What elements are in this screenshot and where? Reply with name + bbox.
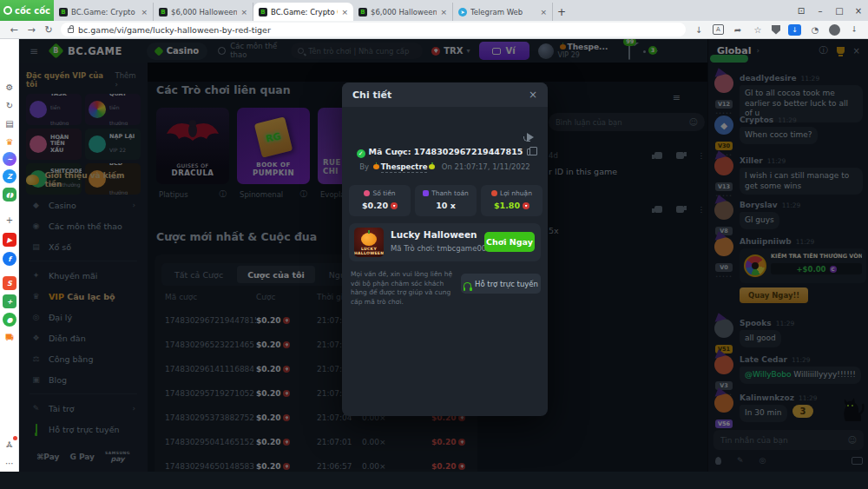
tab-bcgame-active[interactable]: BBC.Game: Crypto Casino Gan× bbox=[253, 3, 353, 21]
feed-icon[interactable]: ▤ bbox=[3, 116, 16, 130]
crown-icon[interactable]: ♛ bbox=[3, 135, 16, 149]
new-tab-button[interactable]: + bbox=[553, 3, 570, 21]
trx-coin-icon bbox=[523, 202, 529, 209]
forward-button[interactable]: → bbox=[23, 24, 40, 36]
gamepad-icon[interactable]: ◖◗ bbox=[3, 188, 16, 202]
trx-coin-icon bbox=[391, 202, 398, 209]
copy-icon[interactable] bbox=[527, 149, 533, 155]
reload-button[interactable]: ↻ bbox=[40, 24, 57, 36]
telegram-favicon: ➤ bbox=[458, 8, 467, 17]
modal-header: Chi tiết× bbox=[342, 83, 548, 107]
gift-icon[interactable]: + bbox=[3, 294, 16, 308]
modal-game-row: LUCKY HALLOWEEN Lucky Halloween Mã Trò c… bbox=[349, 223, 541, 261]
modal-note: Mọi vấn đề, xin vui lòng liên hệ với bộ … bbox=[351, 270, 458, 307]
lucky-halloween-thumbnail[interactable]: LUCKY HALLOWEEN bbox=[354, 228, 384, 257]
cart-icon[interactable]: ⛟ bbox=[3, 330, 16, 344]
tab-bcgame-1[interactable]: BBC.Game: Crypto Casino Gan× bbox=[54, 3, 154, 21]
download-button[interactable]: ↓ bbox=[788, 24, 801, 36]
close-window-button[interactable]: × bbox=[849, 6, 868, 16]
sidebar-more-icon[interactable]: ⋯ bbox=[3, 456, 16, 470]
address-bar: ← → ↻ bc.game/vi/game/lucky-halloween-by… bbox=[0, 21, 868, 39]
tab-close-icon[interactable]: × bbox=[341, 8, 348, 17]
modal-close-icon[interactable]: × bbox=[529, 89, 537, 101]
translate-icon[interactable]: A bbox=[713, 24, 724, 35]
verified-check-icon: ✓ bbox=[357, 149, 365, 158]
tab-close-icon[interactable]: × bbox=[141, 8, 148, 17]
shopee-icon[interactable]: S bbox=[3, 276, 16, 290]
back-button[interactable]: ← bbox=[5, 24, 23, 36]
modal-game-title: Lucky Halloween bbox=[391, 229, 477, 240]
stat-amount: Số tiền $0.20 bbox=[349, 185, 411, 216]
coccoc-brand[interactable]: cốc cốc bbox=[0, 0, 54, 21]
screen: cốc cốc BBC.Game: Crypto Casino Gan× B$6… bbox=[0, 0, 868, 489]
payout-icon bbox=[423, 190, 429, 196]
share-icon[interactable]: ➦ bbox=[732, 24, 744, 36]
maximize-button[interactable]: □ bbox=[830, 6, 849, 16]
url-field[interactable]: bc.game/vi/game/lucky-halloween-by-red-t… bbox=[61, 23, 686, 36]
adblock-shield-icon[interactable] bbox=[772, 25, 780, 35]
add-sidebar-icon[interactable]: + bbox=[3, 213, 16, 227]
headset-icon bbox=[464, 282, 471, 288]
bet-detail-modal: Chi tiết× ✓Mã Cược: 1748302967219447815 … bbox=[342, 83, 548, 416]
bcgame-favicon: B bbox=[159, 8, 168, 17]
browser-sidebar: ⚙ ↻ ▤ ♛ ~ Z ◖◗ + ▶ f S + ● ⛟ 🜛 ⋯ bbox=[0, 39, 19, 472]
media-control-icon[interactable]: ⊡ bbox=[792, 6, 811, 16]
stat-payout: Thanh toán 10 x bbox=[415, 185, 477, 216]
tab-halloween-2[interactable]: B$6,000 Halloween Slot Battle× bbox=[353, 3, 453, 21]
bet-id-line: ✓Mã Cược: 1748302967219447815 bbox=[342, 147, 548, 158]
profit-icon bbox=[491, 190, 497, 196]
bcgame-favicon: B bbox=[259, 8, 267, 17]
window-controls: ⊡ – □ × bbox=[792, 0, 868, 21]
tab-halloween-1[interactable]: B$6,000 Halloween Slot Battle× bbox=[154, 3, 253, 21]
tab-telegram[interactable]: ➤Telegram Web× bbox=[453, 3, 553, 21]
bet-stats-row: Số tiền $0.20 Thanh toán 10 x Lợi nhuận … bbox=[349, 185, 542, 216]
support-button[interactable]: Hỗ trợ trực tuyến bbox=[461, 274, 541, 294]
messenger-icon[interactable]: ~ bbox=[3, 152, 16, 166]
tab-close-icon[interactable]: × bbox=[540, 8, 547, 17]
pumpkin-art bbox=[361, 233, 377, 246]
bcgame-favicon: B bbox=[358, 8, 367, 17]
bet-byline: By Thespectre On 21:07:17, 1/11/2022 bbox=[342, 162, 548, 171]
play-now-button[interactable]: Chơi Ngay bbox=[484, 232, 535, 252]
settings-gear-icon[interactable]: ⚙ bbox=[3, 80, 16, 94]
notification-bell-icon[interactable]: 🜛 bbox=[3, 437, 16, 451]
pumpkin-icon bbox=[429, 164, 435, 169]
toolbar-icons: ↓ A ➦ ☆ ↓ ◔ ⭣ bbox=[693, 24, 860, 36]
amount-icon bbox=[364, 190, 370, 196]
youtube-icon[interactable]: ▶ bbox=[3, 233, 16, 247]
pumpkin-icon bbox=[373, 164, 379, 169]
zalo-icon[interactable]: Z bbox=[3, 169, 16, 183]
incognito-icon[interactable]: ◔ bbox=[809, 24, 821, 36]
share-arrow-icon[interactable] bbox=[523, 133, 534, 142]
facebook-icon[interactable]: f bbox=[3, 252, 16, 266]
save-page-icon[interactable]: ↓ bbox=[693, 24, 705, 36]
bookmark-star-icon[interactable]: ☆ bbox=[752, 24, 764, 36]
url-text[interactable]: bc.game/vi/game/lucky-halloween-by-red-t… bbox=[78, 25, 271, 35]
tab-close-icon[interactable]: × bbox=[240, 8, 247, 17]
stat-profit: Lợi nhuận $1.80 bbox=[481, 185, 542, 216]
history-icon[interactable]: ↻ bbox=[3, 98, 16, 112]
tab-close-icon[interactable]: × bbox=[440, 8, 447, 17]
chat-green-icon[interactable]: ● bbox=[3, 313, 16, 327]
browser-tab-strip: cốc cốc BBC.Game: Crypto Casino Gan× B$6… bbox=[0, 0, 868, 21]
coccoc-logo-icon bbox=[3, 6, 12, 15]
player-name[interactable]: Thespectre bbox=[381, 162, 428, 173]
modal-title: Chi tiết bbox=[352, 89, 391, 101]
downloads-tray-icon[interactable]: ⭣ bbox=[848, 24, 860, 36]
minimize-button[interactable]: – bbox=[811, 6, 830, 16]
bcgame-favicon: B bbox=[59, 8, 68, 17]
lock-icon bbox=[68, 28, 74, 33]
profile-avatar[interactable] bbox=[829, 24, 840, 36]
